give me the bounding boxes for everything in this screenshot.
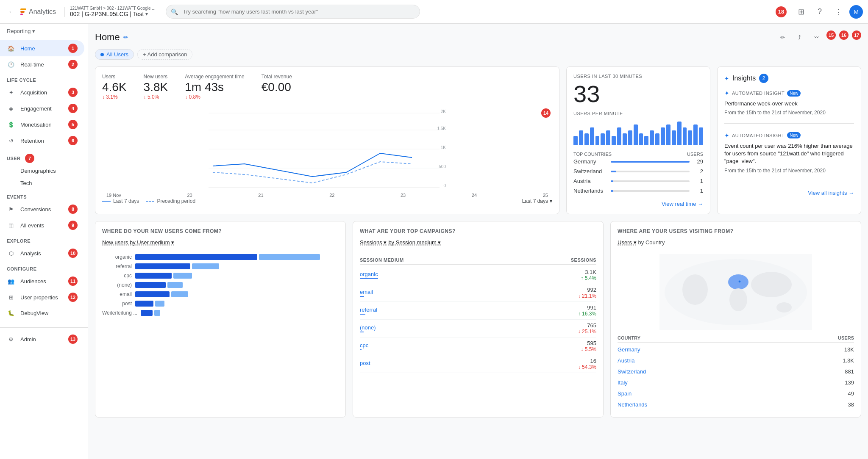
campaign-row: email 992 ↓ 21.1% bbox=[360, 284, 596, 302]
sidebar-item-label: Home bbox=[20, 45, 68, 52]
retention-icon: ↺ bbox=[7, 136, 15, 145]
new-users-selector[interactable]: New users by User medium ▾ bbox=[102, 239, 339, 246]
sessions-selector[interactable]: Sessions ▾ bbox=[360, 239, 387, 246]
rt-country-bar-wrap bbox=[611, 171, 690, 172]
table-row: referral 991 ↑ 16.3% bbox=[360, 302, 596, 320]
bar-fill-dark bbox=[135, 282, 166, 288]
by-country-label: by Country bbox=[638, 239, 665, 251]
search-input[interactable] bbox=[166, 5, 420, 19]
view-realtime-link[interactable]: View real time → bbox=[573, 201, 703, 207]
allevents-icon: ◫ bbox=[7, 221, 15, 230]
rt-bar bbox=[666, 124, 670, 145]
more-options-button[interactable]: 〰 bbox=[810, 30, 823, 44]
sidebar-item-analysis[interactable]: ⬡ Analysis 10 bbox=[0, 245, 84, 261]
page-edit-icon[interactable]: ✏ bbox=[123, 34, 128, 41]
svg-point-13 bbox=[682, 274, 708, 305]
country-name[interactable]: Italy bbox=[618, 379, 628, 386]
header-badge-17: 17 bbox=[852, 30, 861, 40]
main-chart: 14 2K 1.5K 1K 500 0 bbox=[102, 107, 552, 191]
chart-period-selector[interactable]: Last 7 days ▾ bbox=[522, 198, 552, 204]
all-users-filter[interactable]: All Users bbox=[95, 49, 134, 60]
country-name[interactable]: Germany bbox=[618, 346, 640, 353]
view-insights-link[interactable]: View all insights → bbox=[724, 190, 854, 196]
users-selector[interactable]: Users ▾ bbox=[618, 239, 637, 246]
bar-row: cpc bbox=[102, 273, 339, 279]
page-title: Home bbox=[95, 32, 120, 43]
sidebar-item-admin[interactable]: ⚙ Admin 13 bbox=[0, 331, 84, 347]
rt-bar bbox=[623, 133, 627, 145]
svg-text:0: 0 bbox=[443, 183, 446, 188]
sidebar-item-acquisition[interactable]: ✦ Acquisition 3 bbox=[0, 84, 84, 100]
rt-bar bbox=[590, 127, 594, 145]
bar-fill-light bbox=[154, 310, 160, 316]
filter-dot bbox=[100, 53, 104, 56]
legend-dashed: Preceding period bbox=[146, 198, 195, 204]
bar-label: cpc bbox=[102, 273, 132, 279]
sidebar-item-home[interactable]: 🏠 Home 1 bbox=[0, 40, 84, 56]
country-name[interactable]: Switzerland bbox=[618, 368, 646, 375]
reporting-chevron-icon: ▾ bbox=[32, 28, 35, 34]
bar-fill-light bbox=[173, 273, 192, 279]
sidebar-item-userprops[interactable]: ⊞ User properties 12 bbox=[0, 289, 84, 305]
account-selector[interactable]: 121WATT GmbH > 002 · 121WATT Google ... … bbox=[70, 6, 156, 17]
country-users: 49 bbox=[848, 390, 854, 397]
bar-row: email bbox=[102, 291, 339, 297]
reporting-nav[interactable]: Reporting ▾ bbox=[0, 24, 88, 39]
acquisition-badge: 3 bbox=[68, 88, 78, 97]
userprops-icon: ⊞ bbox=[7, 293, 15, 301]
more-icon-button[interactable]: ⋮ bbox=[831, 4, 846, 19]
home-icon: 🏠 bbox=[7, 44, 15, 53]
reporting-label: Reporting bbox=[7, 28, 31, 34]
country-table-row: Switzerland 881 bbox=[618, 366, 854, 377]
sidebar-item-engagement[interactable]: ◈ Engagement 4 bbox=[0, 100, 84, 116]
session-medium-selector[interactable]: by Session medium ▾ bbox=[388, 239, 441, 246]
bar-fill-dark bbox=[135, 263, 190, 269]
sidebar-item-demographics[interactable]: Demographics bbox=[0, 165, 88, 177]
sidebar-item-debugview[interactable]: 🐛 DebugView bbox=[0, 305, 84, 321]
help-icon-button[interactable]: ? bbox=[812, 4, 827, 19]
rt-bar bbox=[595, 136, 600, 145]
sidebar-item-allevents[interactable]: ◫ All events 9 bbox=[0, 217, 84, 233]
world-map bbox=[618, 254, 854, 330]
country-name[interactable]: Spain bbox=[618, 390, 632, 397]
sidebar-item-tech[interactable]: Tech bbox=[0, 177, 88, 189]
country-name[interactable]: Netherlands bbox=[618, 401, 647, 408]
grid-icon-button[interactable]: ⊞ bbox=[793, 4, 809, 19]
table-row: cpc 595 ↓ 5.5% bbox=[360, 337, 596, 355]
table-row: (none) 765 ↓ 25.1% bbox=[360, 320, 596, 337]
sidebar-item-monetisation[interactable]: 💲 Monetisation 5 bbox=[0, 116, 84, 133]
realtime-badge: 2 bbox=[68, 60, 78, 69]
add-comparison-button[interactable]: + Add comparison bbox=[137, 49, 192, 60]
rt-country-name: Netherlands bbox=[573, 188, 607, 194]
share-button[interactable]: ⤴ bbox=[793, 30, 806, 44]
country-name[interactable]: Austria bbox=[618, 357, 634, 364]
configure-section: CONFIGURE bbox=[0, 261, 88, 273]
avatar[interactable]: M bbox=[849, 5, 863, 19]
campaign-row: organic 3.1K ↑ 5.4% bbox=[360, 266, 596, 284]
customize-button[interactable]: ✏ bbox=[776, 30, 789, 44]
rt-bar bbox=[650, 130, 654, 145]
monetisation-badge: 5 bbox=[68, 120, 78, 129]
search-container: 🔍 bbox=[166, 5, 420, 19]
insight2-sparkle-icon: ✦ bbox=[724, 132, 729, 139]
metrics-card: Users 4.6K ↓ 3.1% New users 3.8K ↓ 5.0% … bbox=[95, 66, 559, 214]
back-button[interactable]: ← bbox=[5, 6, 17, 18]
rt-bar bbox=[655, 133, 659, 145]
rt-country-name: Switzerland bbox=[573, 168, 607, 174]
sidebar-item-retention[interactable]: ↺ Retention 6 bbox=[0, 133, 84, 149]
sidebar-item-realtime[interactable]: 🕐 Real-time 2 bbox=[0, 56, 84, 72]
rt-bar bbox=[672, 130, 676, 145]
rt-country-count: 1 bbox=[693, 178, 703, 184]
rt-country-bar bbox=[611, 180, 613, 182]
admin-icon: ⚙ bbox=[7, 335, 15, 343]
conversions-badge: 8 bbox=[68, 205, 78, 214]
campaign-name: cpc bbox=[360, 342, 368, 350]
sidebar-item-audiences[interactable]: 👥 Audiences 11 bbox=[0, 273, 84, 289]
notification-badge[interactable]: 18 bbox=[776, 6, 787, 17]
svg-point-15 bbox=[751, 272, 792, 297]
bar-fill-light bbox=[167, 282, 183, 288]
map-svg bbox=[618, 254, 854, 330]
sidebar-item-conversions[interactable]: ⚑ Conversions 8 bbox=[0, 201, 84, 217]
allevents-badge: 9 bbox=[68, 221, 78, 230]
insight-tag-1: ✦ AUTOMATED INSIGHT New bbox=[724, 90, 854, 97]
